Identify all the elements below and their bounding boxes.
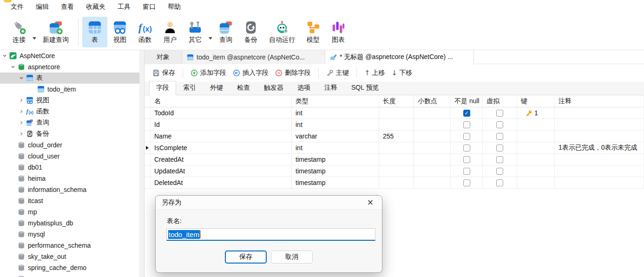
- field-name[interactable]: Id: [151, 119, 292, 131]
- others-dropdown-caret[interactable]: [209, 37, 212, 40]
- field-decimals[interactable]: [414, 142, 451, 154]
- field-name[interactable]: Name: [151, 131, 292, 142]
- menu-favorites[interactable]: 收藏夹: [80, 1, 112, 13]
- tab-untitled-designer[interactable]: * 无标题 @aspnetcore (AspNetCore) ...: [325, 50, 474, 64]
- field-length[interactable]: [379, 165, 414, 177]
- add-field-button[interactable]: 添加字段: [187, 66, 230, 79]
- virtual-checkbox[interactable]: [496, 168, 503, 175]
- tab-todo-item[interactable]: todo_item @aspnetcore (AspNetCo...: [182, 50, 325, 64]
- not-null-checkbox[interactable]: [463, 179, 470, 186]
- menu-help[interactable]: 帮助: [162, 1, 187, 13]
- chart-button[interactable]: 图表: [326, 17, 351, 47]
- field-name[interactable]: IsComplete: [151, 142, 292, 154]
- table-name-input[interactable]: todo_item: [166, 228, 375, 241]
- automation-button[interactable]: 自动运行: [263, 17, 301, 47]
- field-length[interactable]: [379, 177, 414, 189]
- field-key[interactable]: [517, 154, 555, 165]
- tree-item-queries[interactable]: 查询: [0, 117, 139, 128]
- insert-field-button[interactable]: 插入字段: [230, 66, 272, 79]
- others-button[interactable]: 其它: [183, 17, 208, 47]
- dialog-save-button[interactable]: 保存: [225, 251, 267, 264]
- close-icon[interactable]: ×: [365, 198, 376, 207]
- field-type[interactable]: timestamp: [292, 154, 379, 165]
- tree-item-heima[interactable]: heima: [0, 173, 139, 184]
- tab-options[interactable]: 选项: [290, 81, 317, 95]
- field-name[interactable]: UpdatedAt: [151, 165, 292, 177]
- tree-item-mybatisplus-db[interactable]: mybatisplus_db: [0, 218, 139, 229]
- field-length[interactable]: 255: [379, 131, 414, 142]
- field-decimals[interactable]: [414, 107, 451, 119]
- field-comment[interactable]: 1表示已完成，0表示未完成: [555, 142, 644, 154]
- field-key[interactable]: [517, 142, 555, 154]
- field-comment[interactable]: [555, 119, 644, 131]
- field-type[interactable]: timestamp: [292, 165, 379, 177]
- field-decimals[interactable]: [414, 154, 451, 165]
- tab-comment[interactable]: 注释: [317, 81, 344, 95]
- chevron-down-icon[interactable]: [1, 52, 8, 59]
- field-comment[interactable]: [555, 165, 644, 177]
- tree-item-itcast[interactable]: itcast: [0, 195, 139, 206]
- field-decimals[interactable]: [414, 165, 451, 177]
- tree-item-functions[interactable]: 函数: [0, 106, 139, 117]
- field-key[interactable]: [517, 131, 555, 142]
- chevron-right-icon[interactable]: [18, 97, 25, 104]
- tab-fields[interactable]: 字段: [149, 81, 176, 95]
- users-button[interactable]: 用户: [158, 17, 183, 47]
- field-key[interactable]: 1: [517, 107, 555, 119]
- model-button[interactable]: 模型: [301, 17, 326, 47]
- chevron-down-icon[interactable]: [18, 74, 25, 82]
- menu-view[interactable]: 查看: [55, 1, 80, 13]
- virtual-checkbox[interactable]: [496, 179, 503, 186]
- functions-button[interactable]: 函数: [132, 17, 158, 47]
- not-null-checkbox[interactable]: [463, 168, 470, 175]
- tree-item-spring-cache-demo[interactable]: spring_cache_demo: [0, 262, 139, 273]
- virtual-checkbox[interactable]: [496, 110, 503, 117]
- chevron-right-icon[interactable]: [18, 108, 25, 115]
- field-type[interactable]: varchar: [292, 131, 379, 142]
- chevron-right-icon[interactable]: [18, 130, 25, 138]
- field-type[interactable]: int: [292, 142, 379, 154]
- tree-item-tables[interactable]: 表: [0, 73, 139, 84]
- tab-triggers[interactable]: 触发器: [257, 81, 290, 95]
- not-null-checkbox[interactable]: [463, 145, 470, 152]
- field-name[interactable]: DeletedAt: [151, 177, 292, 189]
- tree-item-aspnetcore-connection[interactable]: AspNetCore: [0, 50, 139, 61]
- tree-item-information-schema[interactable]: information_schema: [0, 184, 139, 195]
- field-comment[interactable]: [555, 154, 644, 165]
- field-comment[interactable]: [555, 131, 644, 142]
- chevron-right-icon[interactable]: [18, 119, 25, 126]
- field-key[interactable]: [517, 177, 555, 189]
- tree-item-cloud-order[interactable]: cloud_order: [0, 139, 139, 151]
- field-comment[interactable]: [555, 107, 644, 119]
- tab-foreign-keys[interactable]: 外键: [203, 81, 230, 95]
- menu-tools[interactable]: 工具: [112, 1, 137, 13]
- tab-sql-preview[interactable]: SQL 预览: [344, 81, 386, 95]
- menu-file[interactable]: 文件: [5, 1, 30, 13]
- tree-item-partial[interactable]: [0, 273, 139, 277]
- primary-key-button[interactable]: 主键: [323, 66, 352, 79]
- views-button[interactable]: 视图: [107, 17, 132, 47]
- not-null-checkbox[interactable]: [463, 110, 470, 117]
- save-button[interactable]: 保存: [149, 66, 178, 79]
- field-key[interactable]: [517, 165, 555, 177]
- queries-button[interactable]: 查询: [213, 17, 238, 47]
- field-length[interactable]: [379, 142, 414, 154]
- tree-item-aspnetcore-db[interactable]: aspnetcore: [0, 61, 139, 73]
- tree-item-todo-item[interactable]: todo_item: [0, 84, 139, 95]
- tree-item-mysql[interactable]: mysql: [0, 229, 139, 240]
- menu-window[interactable]: 窗口: [137, 1, 162, 13]
- tree-item-views[interactable]: 视图: [0, 95, 139, 106]
- chevron-down-icon[interactable]: [9, 63, 17, 71]
- not-null-checkbox[interactable]: [463, 121, 470, 128]
- tree-item-cloud-user[interactable]: cloud_user: [0, 151, 139, 162]
- field-comment[interactable]: [555, 177, 644, 189]
- dialog-title-bar[interactable]: 另存为 ×: [156, 196, 382, 210]
- new-query-button[interactable]: 新建查询: [37, 17, 74, 47]
- virtual-checkbox[interactable]: [496, 133, 503, 140]
- field-length[interactable]: [379, 119, 414, 131]
- backup-button[interactable]: 备份: [238, 17, 263, 47]
- field-decimals[interactable]: [414, 131, 451, 142]
- virtual-checkbox[interactable]: [496, 156, 503, 163]
- tree-item-sky-take-out[interactable]: sky_take_out: [0, 251, 139, 262]
- delete-field-button[interactable]: 删除字段: [272, 66, 314, 79]
